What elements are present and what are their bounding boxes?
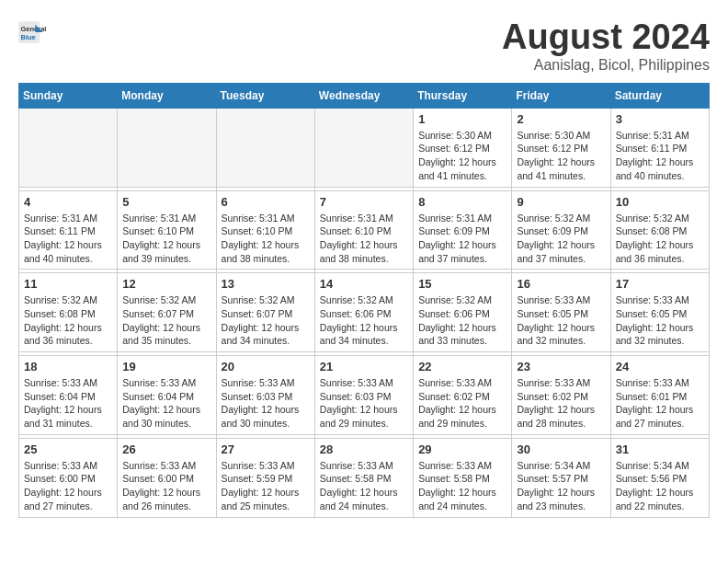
- day-info: Sunrise: 5:32 AM Sunset: 6:06 PM Dayligh…: [320, 293, 408, 348]
- day-number: 1: [418, 112, 506, 126]
- table-row: 7Sunrise: 5:31 AM Sunset: 6:10 PM Daylig…: [314, 190, 413, 270]
- day-number: 11: [24, 277, 112, 291]
- table-row: 5Sunrise: 5:31 AM Sunset: 6:10 PM Daylig…: [118, 190, 216, 270]
- day-info: Sunrise: 5:33 AM Sunset: 5:59 PM Dayligh…: [222, 459, 310, 513]
- day-number: 17: [616, 277, 704, 291]
- day-info: Sunrise: 5:33 AM Sunset: 6:04 PM Dayligh…: [24, 376, 112, 431]
- day-number: 14: [320, 277, 408, 291]
- day-info: Sunrise: 5:34 AM Sunset: 5:57 PM Dayligh…: [517, 459, 605, 513]
- day-info: Sunrise: 5:31 AM Sunset: 6:11 PM Dayligh…: [24, 212, 112, 266]
- table-row: 1Sunrise: 5:30 AM Sunset: 6:12 PM Daylig…: [414, 108, 512, 187]
- table-row: 25Sunrise: 5:33 AM Sunset: 6:00 PM Dayli…: [19, 438, 118, 517]
- header-monday: Monday: [118, 83, 216, 108]
- table-row: 14Sunrise: 5:32 AM Sunset: 6:06 PM Dayli…: [314, 273, 413, 352]
- day-number: 9: [517, 195, 605, 209]
- day-number: 25: [24, 442, 112, 456]
- table-row: 19Sunrise: 5:33 AM Sunset: 6:04 PM Dayli…: [118, 356, 216, 435]
- header-thursday: Thursday: [414, 83, 512, 108]
- logo: General Blue: [18, 18, 64, 55]
- table-row: 29Sunrise: 5:33 AM Sunset: 5:58 PM Dayli…: [414, 438, 512, 517]
- table-row: 24Sunrise: 5:33 AM Sunset: 6:01 PM Dayli…: [610, 356, 709, 435]
- table-row: 6Sunrise: 5:31 AM Sunset: 6:10 PM Daylig…: [216, 190, 314, 270]
- day-number: 12: [122, 277, 210, 291]
- day-number: 8: [418, 195, 506, 209]
- day-number: 30: [517, 442, 605, 456]
- table-row: 21Sunrise: 5:33 AM Sunset: 6:03 PM Dayli…: [314, 356, 413, 435]
- table-row: 22Sunrise: 5:33 AM Sunset: 6:02 PM Dayli…: [414, 356, 512, 435]
- table-row: 15Sunrise: 5:32 AM Sunset: 6:06 PM Dayli…: [414, 273, 512, 352]
- header-friday: Friday: [512, 83, 610, 108]
- main-title: August 2024: [502, 18, 710, 57]
- day-info: Sunrise: 5:31 AM Sunset: 6:09 PM Dayligh…: [418, 212, 506, 266]
- day-number: 27: [222, 442, 310, 456]
- day-number: 18: [24, 360, 112, 373]
- table-row: 13Sunrise: 5:32 AM Sunset: 6:07 PM Dayli…: [216, 273, 314, 352]
- calendar-week-3: 11Sunrise: 5:32 AM Sunset: 6:08 PM Dayli…: [19, 273, 710, 352]
- header-sunday: Sunday: [19, 83, 118, 108]
- calendar-week-4: 18Sunrise: 5:33 AM Sunset: 6:04 PM Dayli…: [19, 356, 710, 435]
- table-row: 26Sunrise: 5:33 AM Sunset: 6:00 PM Dayli…: [118, 438, 216, 517]
- day-number: 19: [122, 360, 210, 373]
- table-row: [118, 108, 216, 187]
- title-area: August 2024 Aanislag, Bicol, Philippines: [502, 18, 710, 74]
- table-row: 27Sunrise: 5:33 AM Sunset: 5:59 PM Dayli…: [216, 438, 314, 517]
- calendar-week-2: 4Sunrise: 5:31 AM Sunset: 6:11 PM Daylig…: [19, 190, 710, 270]
- day-number: 10: [616, 195, 704, 209]
- day-info: Sunrise: 5:32 AM Sunset: 6:08 PM Dayligh…: [616, 212, 704, 266]
- table-row: 11Sunrise: 5:32 AM Sunset: 6:08 PM Dayli…: [19, 273, 118, 352]
- day-info: Sunrise: 5:33 AM Sunset: 6:05 PM Dayligh…: [517, 293, 605, 348]
- subtitle: Aanislag, Bicol, Philippines: [502, 57, 710, 74]
- table-row: 17Sunrise: 5:33 AM Sunset: 6:05 PM Dayli…: [610, 273, 709, 352]
- day-number: 2: [517, 112, 605, 126]
- day-info: Sunrise: 5:31 AM Sunset: 6:10 PM Dayligh…: [122, 212, 210, 266]
- page-header: General Blue August 2024 Aanislag, Bicol…: [18, 18, 710, 74]
- table-row: 8Sunrise: 5:31 AM Sunset: 6:09 PM Daylig…: [414, 190, 512, 270]
- day-info: Sunrise: 5:33 AM Sunset: 6:03 PM Dayligh…: [320, 376, 408, 431]
- day-number: 6: [222, 195, 310, 209]
- calendar-header-row: Sunday Monday Tuesday Wednesday Thursday…: [19, 83, 710, 108]
- calendar-week-5: 25Sunrise: 5:33 AM Sunset: 6:00 PM Dayli…: [19, 438, 710, 517]
- day-info: Sunrise: 5:33 AM Sunset: 6:03 PM Dayligh…: [222, 376, 310, 431]
- svg-text:Blue: Blue: [21, 33, 36, 41]
- day-info: Sunrise: 5:30 AM Sunset: 6:12 PM Dayligh…: [517, 129, 605, 183]
- day-number: 20: [222, 360, 310, 373]
- table-row: [19, 108, 118, 187]
- day-info: Sunrise: 5:33 AM Sunset: 6:02 PM Dayligh…: [418, 376, 506, 431]
- day-info: Sunrise: 5:33 AM Sunset: 5:58 PM Dayligh…: [320, 459, 408, 513]
- day-info: Sunrise: 5:33 AM Sunset: 6:05 PM Dayligh…: [616, 293, 704, 348]
- day-number: 13: [222, 277, 310, 291]
- day-number: 28: [320, 442, 408, 456]
- table-row: 20Sunrise: 5:33 AM Sunset: 6:03 PM Dayli…: [216, 356, 314, 435]
- table-row: 18Sunrise: 5:33 AM Sunset: 6:04 PM Dayli…: [19, 356, 118, 435]
- day-info: Sunrise: 5:31 AM Sunset: 6:11 PM Dayligh…: [616, 129, 704, 183]
- day-info: Sunrise: 5:30 AM Sunset: 6:12 PM Dayligh…: [418, 129, 506, 183]
- table-row: 2Sunrise: 5:30 AM Sunset: 6:12 PM Daylig…: [512, 108, 610, 187]
- table-row: [314, 108, 413, 187]
- table-row: 23Sunrise: 5:33 AM Sunset: 6:02 PM Dayli…: [512, 356, 610, 435]
- table-row: 30Sunrise: 5:34 AM Sunset: 5:57 PM Dayli…: [512, 438, 610, 517]
- day-number: 16: [517, 277, 605, 291]
- day-number: 3: [616, 112, 704, 126]
- day-number: 26: [122, 442, 210, 456]
- day-number: 29: [418, 442, 506, 456]
- table-row: 10Sunrise: 5:32 AM Sunset: 6:08 PM Dayli…: [610, 190, 709, 270]
- day-info: Sunrise: 5:33 AM Sunset: 6:02 PM Dayligh…: [517, 376, 605, 431]
- table-row: 9Sunrise: 5:32 AM Sunset: 6:09 PM Daylig…: [512, 190, 610, 270]
- day-info: Sunrise: 5:33 AM Sunset: 6:00 PM Dayligh…: [24, 459, 112, 513]
- day-info: Sunrise: 5:31 AM Sunset: 6:10 PM Dayligh…: [222, 212, 310, 266]
- calendar-week-1: 1Sunrise: 5:30 AM Sunset: 6:12 PM Daylig…: [19, 108, 710, 187]
- day-info: Sunrise: 5:32 AM Sunset: 6:09 PM Dayligh…: [517, 212, 605, 266]
- day-number: 24: [616, 360, 704, 373]
- table-row: 31Sunrise: 5:34 AM Sunset: 5:56 PM Dayli…: [610, 438, 709, 517]
- table-row: 4Sunrise: 5:31 AM Sunset: 6:11 PM Daylig…: [19, 190, 118, 270]
- day-info: Sunrise: 5:31 AM Sunset: 6:10 PM Dayligh…: [320, 212, 408, 266]
- logo-svg: General Blue: [18, 18, 64, 55]
- day-number: 7: [320, 195, 408, 209]
- day-info: Sunrise: 5:32 AM Sunset: 6:07 PM Dayligh…: [122, 293, 210, 348]
- day-number: 5: [122, 195, 210, 209]
- day-info: Sunrise: 5:33 AM Sunset: 5:58 PM Dayligh…: [418, 459, 506, 513]
- table-row: 3Sunrise: 5:31 AM Sunset: 6:11 PM Daylig…: [610, 108, 709, 187]
- day-info: Sunrise: 5:33 AM Sunset: 6:04 PM Dayligh…: [122, 376, 210, 431]
- header-saturday: Saturday: [610, 83, 709, 108]
- day-info: Sunrise: 5:33 AM Sunset: 6:00 PM Dayligh…: [122, 459, 210, 513]
